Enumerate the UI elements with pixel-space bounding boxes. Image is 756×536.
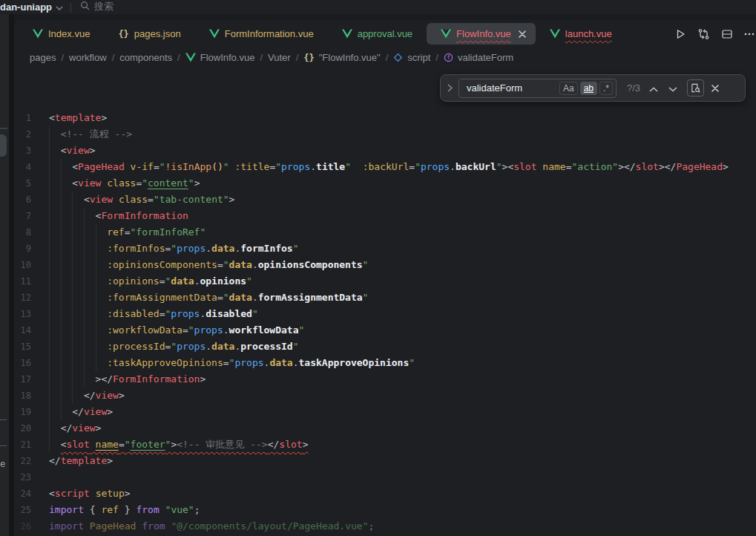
breadcrumb-item-components[interactable]: components bbox=[119, 52, 172, 63]
tab-Index.vue[interactable]: Index.vue bbox=[19, 23, 104, 45]
code-line-content: </view> bbox=[49, 388, 125, 404]
code-line[interactable]: 3<view> bbox=[14, 143, 756, 159]
compare-button[interactable] bbox=[697, 28, 710, 40]
tab-FlowInfo.vue[interactable]: FlowInfo.vue bbox=[427, 23, 536, 45]
tool-window-stripe-button[interactable] bbox=[0, 134, 7, 157]
breadcrumb-item-Vuter[interactable]: Vuter bbox=[268, 52, 291, 63]
breadcrumb-separator: / bbox=[386, 52, 389, 63]
code-line[interactable]: 11:opinions="data.opinions" bbox=[14, 273, 756, 290]
code-line[interactable]: 24<script setup> bbox=[14, 486, 756, 502]
line-number: 25 bbox=[14, 502, 49, 518]
close-find-icon[interactable] bbox=[711, 82, 719, 95]
tab-launch.vue[interactable]: launch.vue bbox=[536, 23, 626, 45]
indent-guide bbox=[61, 159, 73, 175]
code-line[interactable]: 1<template> bbox=[14, 110, 756, 126]
indent-guide bbox=[61, 404, 73, 420]
indent-guide bbox=[49, 371, 61, 388]
line-number: 17 bbox=[14, 371, 49, 388]
code-line[interactable]: 20</view> bbox=[14, 420, 756, 437]
code-line-content: <FormInformation bbox=[49, 208, 188, 224]
split-button[interactable] bbox=[721, 28, 733, 40]
code-line[interactable]: 22</template> bbox=[14, 453, 756, 469]
code-line[interactable]: 8ref="formInfoRef" bbox=[14, 224, 756, 241]
code-line[interactable]: 25import { ref } from "vue"; bbox=[14, 502, 756, 518]
indent-guide bbox=[72, 322, 84, 339]
line-number: 10 bbox=[14, 257, 49, 273]
code-line-content: <slot name="footer"><!-- 审批意见 --></slot> bbox=[49, 437, 308, 453]
code-line[interactable]: 19</view> bbox=[14, 404, 756, 420]
indent-guide bbox=[72, 306, 84, 322]
indent-guide bbox=[72, 388, 84, 404]
indent-guide bbox=[96, 290, 108, 306]
panel-splitter[interactable] bbox=[9, 14, 14, 536]
breadcrumb: pages/workflow/components/FlowInfo.vue/V… bbox=[14, 48, 756, 68]
previous-match-button[interactable] bbox=[649, 82, 658, 95]
tab-label: FormInformation.vue bbox=[225, 28, 314, 39]
line-number: 12 bbox=[14, 290, 49, 306]
search-options-icon[interactable] bbox=[687, 79, 704, 97]
indent-guide bbox=[49, 437, 61, 453]
find-widget: validateForm Aa ab .* ?/3 bbox=[440, 74, 746, 102]
indent-guide bbox=[84, 241, 96, 257]
project-selector[interactable]: dan-uniapp bbox=[0, 0, 63, 13]
breadcrumb-item-script[interactable]: script bbox=[393, 52, 430, 63]
code-line[interactable]: 26import PageHead from "@/components/lay… bbox=[14, 518, 756, 535]
code-line[interactable]: 15:processId="props.data.processId" bbox=[14, 339, 756, 355]
indent-guide bbox=[72, 273, 84, 290]
find-input[interactable]: validateForm Aa ab .* bbox=[458, 79, 617, 98]
indent-guide bbox=[49, 388, 61, 404]
expand-replace-icon[interactable] bbox=[447, 84, 453, 92]
indent-guide bbox=[61, 208, 73, 224]
code-line[interactable]: 4<PageHead v-if="!isInApp()" :title="pro… bbox=[14, 159, 756, 175]
code-line[interactable]: 7<FormInformation bbox=[14, 208, 756, 224]
indent-guide bbox=[61, 355, 73, 371]
breadcrumb-item-FlowInfovue[interactable]: {}"FlowInfo.vue" bbox=[303, 52, 380, 63]
code-line-content: </view> bbox=[49, 420, 101, 437]
code-line-content: :taskApproveOpinions="props.data.taskApp… bbox=[49, 355, 415, 371]
breadcrumb-item-FlowInfovue[interactable]: FlowInfo.vue bbox=[185, 52, 255, 63]
global-search[interactable]: 搜索 bbox=[80, 0, 114, 13]
code-line[interactable]: 17></FormInformation> bbox=[14, 371, 756, 388]
whole-words-toggle[interactable]: ab bbox=[580, 82, 597, 95]
code-line[interactable]: 2<!-- 流程 --> bbox=[14, 126, 756, 143]
code-area[interactable]: 1<template>2<!-- 流程 -->3<view>4<PageHead… bbox=[14, 68, 756, 535]
tab-FormInformation.vue[interactable]: FormInformation.vue bbox=[195, 23, 328, 45]
regex-toggle[interactable]: .* bbox=[599, 82, 613, 95]
indent-guide bbox=[96, 322, 108, 339]
indent-guide bbox=[61, 257, 73, 273]
tab-label: launch.vue bbox=[565, 28, 612, 39]
editor-pane[interactable]: validateForm Aa ab .* ?/3 bbox=[14, 68, 756, 536]
code-line-content: <template> bbox=[49, 110, 107, 126]
breadcrumb-item-workflow[interactable]: workflow bbox=[69, 52, 107, 63]
code-line[interactable]: 14:workflowData="props.workflowData" bbox=[14, 322, 756, 339]
breadcrumb-item-validateForm[interactable]: fvalidateForm bbox=[444, 52, 513, 63]
error-underline: <slot name="footer"><!-- 审批意见 --></slot> bbox=[61, 439, 309, 450]
code-line[interactable]: 9:formInfos="props.data.formInfos" bbox=[14, 241, 756, 257]
code-line[interactable]: 5<view class="content"> bbox=[14, 175, 756, 192]
breadcrumb-item-pages[interactable]: pages bbox=[30, 52, 56, 63]
line-number: 8 bbox=[14, 224, 49, 241]
breadcrumb-label: Vuter bbox=[268, 52, 291, 63]
match-case-toggle[interactable]: Aa bbox=[559, 82, 578, 95]
code-line-content: import { ref } from "vue"; bbox=[49, 502, 200, 518]
line-number: 4 bbox=[14, 159, 49, 175]
code-line[interactable]: 23 bbox=[14, 469, 756, 486]
line-number: 24 bbox=[14, 486, 49, 502]
left-pane-remnant bbox=[0, 14, 9, 536]
code-line[interactable]: 10:opinionsComponents="data.opinionsComp… bbox=[14, 257, 756, 273]
tab-approval.vue[interactable]: approval.vue bbox=[328, 23, 427, 45]
code-line[interactable]: 16:taskApproveOpinions="props.data.taskA… bbox=[14, 355, 756, 371]
more-button[interactable] bbox=[744, 33, 755, 36]
tab-pages.json[interactable]: {}pages.json bbox=[104, 23, 194, 45]
indent-guide bbox=[61, 322, 73, 339]
code-line[interactable]: 18</view> bbox=[14, 388, 756, 404]
indent-guide bbox=[96, 241, 108, 257]
code-line[interactable]: 6<view class="tab-content"> bbox=[14, 192, 756, 208]
code-line[interactable]: 12:formAssignmentData="data.formAssignme… bbox=[14, 290, 756, 306]
code-line[interactable]: 13:disabled="props.disabled" bbox=[14, 306, 756, 322]
indent-guide bbox=[49, 143, 61, 159]
run-button[interactable] bbox=[674, 28, 686, 40]
code-line[interactable]: 21<slot name="footer"><!-- 审批意见 --></slo… bbox=[14, 437, 756, 453]
next-match-button[interactable] bbox=[668, 82, 677, 95]
close-tab-icon[interactable] bbox=[519, 30, 526, 38]
